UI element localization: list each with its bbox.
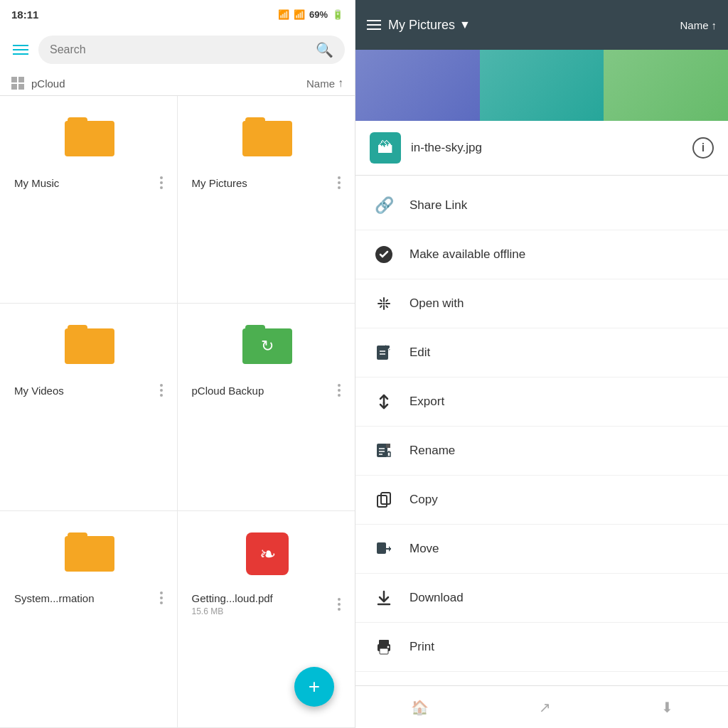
list-item[interactable]: System...rmation [0,511,178,728]
right-header: My Pictures ▼ Name ↑ [355,0,728,50]
list-item[interactable]: My Music [0,96,178,304]
wifi-icon: 📶 [278,9,289,20]
svg-point-32 [387,646,390,648]
menu-label: Make available offline [410,247,525,262]
menu-item-print[interactable]: Print [355,623,728,672]
file-detail-name: in-the-sky.jpg [411,141,682,155]
more-options-button[interactable] [335,173,343,192]
toolbar-right[interactable]: Name ↑ [306,77,343,90]
menu-label: Copy [410,493,438,507]
search-input-wrapper[interactable]: 🔍 [38,36,345,64]
menu-label: Export [410,395,444,409]
rename-icon [373,439,395,462]
left-panel: 18:11 📶 📶 69% 🔋 🔍 pC [0,0,355,728]
bottom-nav-home[interactable]: 🏠 [411,699,429,716]
file-name-row: My Videos [14,381,166,400]
file-thumbnail: 🏔 [370,132,401,164]
svg-rect-30 [380,648,388,654]
print-icon [373,636,395,658]
offline-nav-icon: ⬇ [661,699,673,716]
pdf-symbol: ❧ [259,542,276,566]
file-name-row: My Pictures [192,173,344,192]
pcloud-folder-icon: ↻ [242,325,292,364]
menu-item-export[interactable]: Export [355,378,728,427]
add-button[interactable]: + [294,667,334,707]
folder-icon [242,117,292,156]
svg-line-9 [380,306,382,307]
menu-item-copy[interactable]: Copy [355,476,728,525]
left-panel-wrapper: 18:11 📶 📶 69% 🔋 🔍 pC [0,0,355,728]
menu-item-rename[interactable]: Rename [355,427,728,476]
right-header-left: My Pictures ▼ [367,18,471,33]
svg-rect-16 [377,444,387,457]
file-name: Getting...loud.pdf [192,592,273,604]
menu-item-delete[interactable]: Delete [355,672,728,685]
download-icon [373,587,395,609]
bottom-nav-offline[interactable]: ⬇ [661,699,673,716]
svg-rect-23 [378,496,387,507]
menu-label: Open with [410,296,464,311]
svg-line-7 [386,306,387,307]
photo-thumbnail [355,50,480,121]
battery-icon: 🔋 [332,9,343,20]
menu-item-edit[interactable]: Edit [355,328,728,378]
right-hamburger-button[interactable] [367,20,381,30]
svg-point-1 [383,303,385,305]
menu-item-open-with[interactable]: Open with [355,279,728,328]
menu-item-offline[interactable]: Make available offline [355,230,728,279]
dropdown-arrow-icon[interactable]: ▼ [459,18,471,31]
photo-thumbnail [604,50,728,121]
open-with-icon [373,292,395,315]
menu-item-move[interactable]: Move [355,525,728,574]
menu-item-download[interactable]: Download [355,574,728,623]
list-item[interactable]: ↻ pCloud Backup [178,304,355,511]
info-button[interactable]: i [692,137,714,159]
bottom-nav-share[interactable]: ↗ [539,699,551,716]
sort-label: Name [680,19,708,31]
sort-arrow-icon: ↑ [338,77,343,90]
bottom-nav: 🏠 ↗ ⬇ [355,685,728,728]
file-size: 15.6 MB [192,606,273,616]
svg-line-8 [386,300,387,301]
move-icon [373,537,395,560]
menu-label: Rename [410,444,455,458]
file-detail-row: 🏔 in-the-sky.jpg i [355,121,728,176]
photo-thumbnail [480,50,604,121]
file-name: My Videos [14,385,64,397]
more-options-button[interactable] [335,381,343,400]
right-panel: My Pictures ▼ Name ↑ 🏔 in-the-sky.jpg i … [355,0,728,728]
svg-rect-22 [381,493,390,504]
file-name: My Pictures [192,177,247,189]
menu-label: Share Link [410,198,467,213]
file-name-row: My Music [14,173,166,192]
right-panel-title: My Pictures [388,18,455,33]
more-options-button[interactable] [157,381,166,400]
sort-button[interactable]: Name ↑ [680,19,717,31]
copy-icon [373,488,395,511]
file-name: System...rmation [14,592,95,604]
search-input[interactable] [50,43,310,56]
edit-icon [373,341,395,364]
menu-label: Move [410,542,439,556]
file-name-row: Getting...loud.pdf 15.6 MB [192,592,344,616]
home-icon: 🏠 [411,699,429,716]
photo-strip [355,50,728,121]
search-icon: 🔍 [316,41,333,58]
export-icon [373,390,395,413]
more-options-button[interactable] [157,173,166,192]
folder-icon [65,325,114,364]
share-icon: ↗ [539,699,551,716]
share-link-icon: 🔗 [373,194,395,217]
list-item[interactable]: My Videos [0,304,178,511]
folder-icon [65,532,114,572]
context-menu-list: 🔗 Share Link Make available offline [355,176,728,685]
grid-view-icon[interactable] [11,77,24,90]
hamburger-button[interactable] [10,42,31,58]
menu-label: Download [410,591,464,605]
more-options-button[interactable] [157,589,166,607]
sort-up-icon: ↑ [712,19,717,31]
menu-item-share-link[interactable]: 🔗 Share Link [355,181,728,230]
more-options-button[interactable] [335,595,343,614]
list-item[interactable]: My Pictures [178,96,355,304]
pdf-icon: ❧ [246,532,289,575]
